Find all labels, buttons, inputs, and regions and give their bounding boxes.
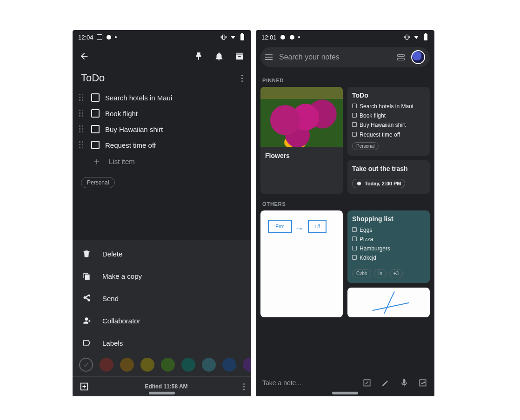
note-card-item: Request time off bbox=[352, 130, 425, 139]
take-note-input[interactable]: Take a note... bbox=[262, 379, 353, 387]
note-title[interactable]: ToDo bbox=[81, 72, 105, 84]
pin-icon[interactable] bbox=[193, 51, 204, 61]
others-grid: Frm → +∂ Shopping list Eggs Pizza Hambur… bbox=[256, 210, 434, 317]
note-card-title: Flowers bbox=[265, 152, 338, 159]
menu-label: Collaborator bbox=[102, 317, 140, 325]
status-dot-icon bbox=[298, 36, 300, 38]
checklist-item[interactable]: Book flight bbox=[79, 105, 245, 121]
label-chip[interactable]: Personal bbox=[81, 177, 115, 188]
menu-label: Labels bbox=[102, 339, 123, 347]
sketch-drawing: Frm → +∂ bbox=[260, 210, 343, 284]
drag-handle-icon[interactable] bbox=[79, 141, 86, 149]
note-overflow-icon[interactable] bbox=[241, 75, 243, 82]
sketch-drawing bbox=[347, 288, 430, 317]
note-card-item: Buy Hawaiian shirt bbox=[352, 120, 425, 130]
checkbox[interactable] bbox=[91, 141, 100, 149]
menu-labels[interactable]: Labels bbox=[73, 332, 251, 354]
drag-handle-icon[interactable] bbox=[79, 94, 86, 101]
archive-icon[interactable] bbox=[234, 51, 245, 61]
new-audio-icon[interactable] bbox=[399, 378, 409, 388]
new-image-icon[interactable] bbox=[418, 378, 428, 388]
reminder-icon[interactable] bbox=[214, 51, 224, 61]
menu-label: Make a copy bbox=[102, 272, 142, 280]
note-card-sketch2[interactable] bbox=[347, 288, 430, 317]
checklist-item[interactable]: Search hotels in Maui bbox=[79, 90, 245, 105]
nav-pill[interactable] bbox=[332, 392, 358, 394]
color-swatch[interactable] bbox=[100, 358, 113, 372]
back-button[interactable] bbox=[79, 51, 89, 61]
status-time: 12:04 bbox=[78, 34, 93, 41]
color-swatch[interactable] bbox=[222, 358, 236, 372]
reminder-chip: Today, 2:00 PM bbox=[352, 179, 405, 188]
checklist-item[interactable]: Request time off bbox=[79, 137, 245, 153]
note-card-sketch[interactable]: Frm → +∂ bbox=[260, 210, 343, 317]
add-item-placeholder: List item bbox=[109, 158, 135, 165]
note-image bbox=[260, 87, 343, 147]
checkbox[interactable] bbox=[91, 93, 100, 102]
search-bar[interactable]: Search your notes bbox=[260, 47, 430, 67]
note-card-todo[interactable]: ToDo Search hotels in Maui Book flight B… bbox=[347, 87, 430, 156]
menu-copy[interactable]: Make a copy bbox=[73, 265, 251, 287]
checklist-item-text[interactable]: Buy Hawaiian shirt bbox=[105, 125, 163, 133]
note-card-title: Take out the trash bbox=[352, 165, 425, 172]
note-card-title: Shopping list bbox=[352, 215, 425, 223]
avatar[interactable] bbox=[411, 50, 425, 64]
menu-delete[interactable]: Delete bbox=[73, 243, 251, 265]
new-list-icon[interactable] bbox=[362, 378, 372, 388]
color-swatch[interactable] bbox=[161, 358, 175, 372]
checklist: Search hotels in Maui Book flight Buy Ha… bbox=[73, 86, 251, 172]
color-swatch[interactable] bbox=[140, 358, 154, 372]
note-card-flowers[interactable]: Flowers bbox=[260, 87, 343, 194]
copy-icon bbox=[82, 271, 91, 281]
color-swatch[interactable] bbox=[181, 358, 195, 372]
checkbox[interactable] bbox=[91, 125, 100, 133]
color-swatch[interactable] bbox=[243, 358, 251, 372]
color-swatch[interactable] bbox=[202, 358, 216, 372]
nav-pill[interactable] bbox=[149, 392, 175, 394]
note-card-title: ToDo bbox=[352, 92, 425, 99]
edited-timestamp: Edited 11:58 AM bbox=[89, 383, 243, 390]
menu-collaborator[interactable]: Collaborator bbox=[73, 309, 251, 332]
view-toggle-icon[interactable] bbox=[397, 54, 405, 60]
checklist-item-text[interactable]: Book flight bbox=[105, 110, 138, 118]
drag-handle-icon[interactable] bbox=[79, 125, 86, 133]
status-indicator-icon bbox=[96, 34, 103, 40]
pinned-grid: Flowers ToDo Search hotels in Maui Book … bbox=[256, 87, 434, 194]
add-list-item[interactable]: ＋ List item bbox=[79, 153, 245, 170]
plus-icon: ＋ bbox=[92, 157, 101, 166]
status-bulb-icon bbox=[106, 34, 112, 40]
color-swatch[interactable] bbox=[120, 358, 134, 372]
battery-icon bbox=[422, 34, 429, 40]
note-card-trash[interactable]: Take out the trash Today, 2:00 PM bbox=[347, 160, 430, 194]
note-card-item: Eggs bbox=[352, 225, 425, 235]
battery-icon bbox=[239, 34, 246, 40]
vibrate-icon bbox=[404, 34, 410, 40]
drag-handle-icon[interactable] bbox=[79, 110, 86, 117]
sketch-box: +∂ bbox=[308, 220, 327, 233]
sketch-box: Frm bbox=[268, 220, 292, 233]
note-card-item: Pizza bbox=[352, 235, 425, 244]
status-bulb-icon bbox=[280, 34, 286, 40]
more-icon[interactable] bbox=[243, 383, 245, 390]
bottom-sheet: Delete Make a copy Send Collaborator Lab… bbox=[73, 240, 251, 396]
menu-label: Delete bbox=[102, 250, 122, 258]
vibrate-icon bbox=[220, 34, 227, 40]
section-pinned: PINNED bbox=[256, 70, 434, 87]
checklist-item-text[interactable]: Request time off bbox=[105, 141, 156, 149]
alarm-icon bbox=[356, 181, 362, 186]
checkbox[interactable] bbox=[91, 109, 100, 118]
wifi-down-icon bbox=[230, 34, 236, 40]
label-icon bbox=[82, 338, 91, 348]
new-drawing-icon[interactable] bbox=[380, 378, 391, 388]
status-bar: 12:01 bbox=[256, 30, 434, 44]
menu-send[interactable]: Send bbox=[73, 287, 251, 309]
checklist-item-text[interactable]: Search hotels in Maui bbox=[105, 94, 172, 102]
note-card-shopping[interactable]: Shopping list Eggs Pizza Hamburgers Kdkc… bbox=[347, 210, 430, 283]
note-card-chip: Cvbb bbox=[352, 269, 371, 277]
search-placeholder[interactable]: Search your notes bbox=[279, 53, 391, 61]
add-box-icon[interactable] bbox=[79, 381, 89, 392]
hamburger-icon[interactable] bbox=[265, 54, 273, 60]
note-card-item: Kdkcjd bbox=[352, 253, 425, 262]
checklist-item[interactable]: Buy Hawaiian shirt bbox=[79, 121, 245, 137]
color-swatch-default[interactable] bbox=[79, 358, 93, 372]
